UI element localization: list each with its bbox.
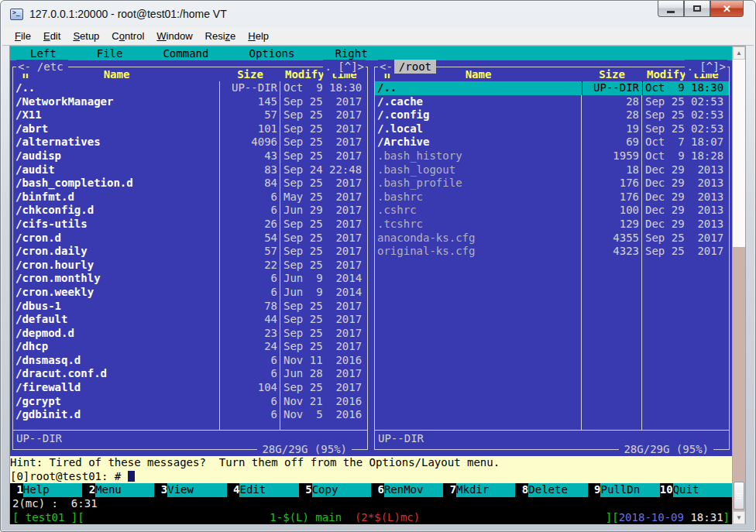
file-row[interactable]: /.local19Sep 25 02:53	[375, 122, 729, 136]
file-size: 26	[220, 218, 280, 232]
fkey-help[interactable]: 1Help	[10, 483, 82, 497]
file-row[interactable]: /cron.hourly22Sep 25 2017	[13, 259, 367, 273]
fkey-renmov[interactable]: 6RenMov	[371, 483, 443, 497]
fkey-pulldn[interactable]: 9PullDn	[588, 483, 660, 497]
back-arrow[interactable]: <-	[16, 60, 33, 74]
file-name: .bash_history	[375, 149, 582, 163]
file-name: /gdbinit.d	[13, 408, 220, 422]
panel-path[interactable]: /etc	[33, 60, 68, 74]
panel-updir-corner[interactable]: . [^]>	[685, 60, 727, 74]
fkey-delete[interactable]: 8Delete	[515, 483, 587, 497]
file-row[interactable]: .tcshrc129Dec 29 2013	[375, 218, 729, 232]
file-row[interactable]: original-ks.cfg4323Sep 25 2017	[375, 245, 729, 259]
file-size: 19	[582, 122, 642, 136]
file-row[interactable]: /cron.weekly6Jun 9 2014	[13, 286, 367, 300]
file-size: 84	[220, 177, 280, 190]
back-arrow[interactable]: <-	[378, 60, 394, 74]
file-row[interactable]: /abrt101Sep 25 2017	[13, 122, 367, 136]
file-row[interactable]: /cifs-utils26Sep 25 2017	[13, 218, 367, 232]
fkey-quit[interactable]: 10Quit	[660, 483, 732, 497]
file-row[interactable]: /cron.d54Sep 25 2017	[13, 232, 367, 245]
file-row[interactable]: /gdbinit.d6Nov 5 2016	[13, 408, 367, 422]
minimize-button[interactable]	[658, 1, 684, 17]
file-row[interactable]: /dnsmasq.d6Nov 11 2016	[13, 354, 367, 368]
file-size: 23	[220, 327, 280, 341]
file-row[interactable]: /firewalld104Sep 25 2017	[13, 381, 367, 395]
mc-menu-file[interactable]: File	[97, 46, 123, 60]
file-size: 4323	[582, 245, 642, 259]
scrollbar-track[interactable]	[733, 60, 745, 511]
file-row[interactable]: /bash_completion.d84Sep 25 2017	[13, 177, 367, 190]
file-row[interactable]: /dracut.conf.d6Jun 28 2017	[13, 367, 367, 381]
mc-menu-right[interactable]: Right	[335, 46, 367, 60]
file-size: 4096	[220, 136, 280, 149]
file-row[interactable]: /Archive69Oct 7 18:07	[375, 136, 729, 149]
mc-menu-command[interactable]: Command	[163, 46, 208, 60]
fkey-menu[interactable]: 2Menu	[82, 483, 154, 497]
file-row[interactable]: /..UP--DIROct 9 18:30	[13, 81, 367, 95]
file-name: /depmod.d	[13, 327, 220, 341]
file-row[interactable]: anaconda-ks.cfg4355Sep 25 2017	[375, 232, 729, 245]
menu-window[interactable]: Window	[150, 29, 198, 43]
mc-menu-left[interactable]: Left	[30, 46, 57, 60]
scrollbar-thumb[interactable]	[734, 482, 744, 510]
file-row[interactable]: /.cache28Sep 25 02:53	[375, 95, 729, 109]
file-row[interactable]: .bash_profile176Dec 29 2013	[375, 177, 729, 190]
file-row[interactable]: /X1157Sep 25 2017	[13, 108, 367, 122]
file-row[interactable]: /default44Sep 25 2017	[13, 313, 367, 327]
title-bar[interactable]: 127.0.0.1:20000 - root@test01:/home VT ✕	[1, 1, 755, 27]
file-name: /..	[375, 81, 582, 95]
close-button[interactable]: ✕	[710, 1, 744, 17]
menu-setup[interactable]: Setup	[67, 29, 105, 43]
file-row[interactable]: /dbus-178Sep 25 2017	[13, 300, 367, 314]
file-name: /.config	[375, 108, 582, 122]
file-row[interactable]: .cshrc100Dec 29 2013	[375, 204, 729, 218]
fkey-label: Menu	[95, 483, 122, 497]
file-row[interactable]: /audit83Sep 24 22:48	[13, 163, 367, 177]
file-name: .bash_logout	[375, 163, 582, 177]
menu-edit[interactable]: Edit	[37, 29, 67, 43]
menu-help[interactable]: Help	[242, 29, 275, 43]
file-row[interactable]: /NetworkManager145Sep 25 2017	[13, 95, 367, 109]
file-row[interactable]: /cron.daily57Sep 25 2017	[13, 245, 367, 259]
file-name: /default	[13, 313, 220, 327]
file-row[interactable]: .bashrc176Dec 29 2013	[375, 190, 729, 204]
name-header-label: Name	[104, 68, 130, 81]
fkey-view[interactable]: 3View	[154, 483, 226, 497]
fkey-label: Copy	[312, 483, 338, 497]
file-name: /cron.daily	[13, 245, 220, 259]
panel-path[interactable]: /root	[394, 60, 436, 74]
file-row[interactable]: /binfmt.d6May 25 2017	[13, 190, 367, 204]
file-size: 104	[220, 381, 280, 395]
file-row[interactable]: /cron.monthly6Jun 9 2014	[13, 272, 367, 286]
panel-updir-corner[interactable]: . [^]>	[323, 60, 366, 74]
file-name: /.local	[375, 122, 582, 136]
file-mtime: Oct 7 18:07	[642, 136, 729, 149]
file-row[interactable]: /alternatives4096Sep 25 2017	[13, 136, 367, 149]
mc-menu-options[interactable]: Options	[249, 46, 294, 60]
fkey-copy[interactable]: 5Copy	[299, 483, 371, 497]
menu-file[interactable]: File	[9, 29, 37, 43]
file-mtime: Jun 9 2014	[280, 272, 367, 286]
scroll-down-button[interactable]: ▼	[733, 511, 745, 524]
file-mtime: Sep 25 2017	[280, 300, 367, 314]
terminal: LeftFileCommandOptionsRight <- /etc . [^…	[10, 46, 732, 524]
scroll-up-button[interactable]: ▲	[733, 46, 745, 60]
file-row[interactable]: /chkconfig.d6Jun 29 2017	[13, 204, 367, 218]
menu-control[interactable]: Control	[105, 29, 150, 43]
file-row[interactable]: /dhcp24Sep 25 2017	[13, 340, 367, 354]
fkey-mkdir[interactable]: 7Mkdir	[443, 483, 515, 497]
file-row[interactable]: /.config28Sep 25 02:53	[375, 108, 729, 122]
command-line[interactable]: [0]root@test01: #	[10, 470, 732, 484]
file-mtime: Sep 25 2017	[280, 245, 367, 259]
fkey-edit[interactable]: 4Edit	[227, 483, 299, 497]
file-row[interactable]: /audisp43Sep 25 2017	[13, 149, 367, 163]
menu-resize[interactable]: Resize	[199, 29, 242, 43]
file-row[interactable]: .bash_history1959Oct 9 18:28	[375, 149, 729, 163]
file-row[interactable]: /gcrypt6Nov 21 2016	[13, 395, 367, 409]
file-row[interactable]: /..UP--DIROct 9 18:30	[375, 81, 729, 95]
file-mtime: Dec 29 2013	[642, 204, 729, 218]
maximize-button[interactable]	[684, 1, 710, 17]
file-row[interactable]: /depmod.d23Sep 25 2017	[13, 327, 367, 341]
file-row[interactable]: .bash_logout18Dec 29 2013	[375, 163, 729, 177]
